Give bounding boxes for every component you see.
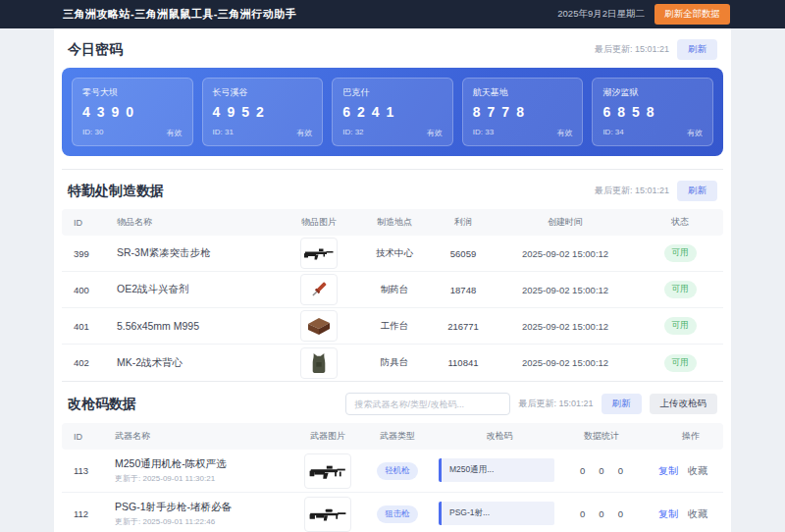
gun-codes-refresh-button[interactable]: 刷新 — [602, 394, 642, 414]
column-header: 物品名称 — [113, 209, 282, 236]
item-profit: 216771 — [433, 321, 494, 332]
password-code: 6241 — [342, 104, 443, 120]
password-status: 有效 — [556, 128, 572, 138]
item-profit: 18748 — [433, 285, 494, 295]
copy-button[interactable]: 复制 — [658, 507, 678, 521]
password-card: 零号大坝4390ID: 30有效 — [72, 78, 193, 146]
current-date: 2025年9月2日星期二 — [557, 8, 645, 21]
status-badge: 可用 — [664, 354, 697, 372]
password-status: 有效 — [296, 128, 312, 138]
status-badge: 可用 — [664, 281, 697, 298]
password-code: 4952 — [213, 104, 313, 120]
password-status: 有效 — [427, 128, 443, 138]
item-location: 工作台 — [356, 320, 433, 333]
data-stats: 000 — [568, 508, 635, 519]
weapon-type-badge: 轻机枪 — [377, 462, 418, 480]
machine-gun-icon — [304, 453, 351, 489]
map-name: 潮汐监狱 — [602, 86, 703, 99]
weapon-updated-time: 更新于: 2025-09-01 11:22:46 — [115, 516, 291, 527]
item-id: 399 — [70, 248, 113, 259]
password-card: 潮汐监狱6858ID: 34有效 — [592, 78, 713, 146]
item-profit: 56059 — [433, 248, 494, 259]
column-header: 操作 — [639, 423, 723, 450]
column-header: ID — [70, 211, 113, 235]
table-row: 400OE2战斗兴奋剂制药台187482025-09-02 15:00:12可用 — [62, 272, 723, 308]
gun-code-box[interactable]: PSG-1射... — [439, 502, 554, 525]
status-badge: 可用 — [664, 317, 697, 335]
item-id: 401 — [70, 321, 113, 332]
column-header: 状态 — [637, 209, 723, 236]
section-manufacturing: 特勤处制造数据 最后更新: 15:01:21 刷新 ID物品名称物品图片制造地点… — [62, 169, 723, 381]
top-header: 三角洲攻略站-三角洲鼠鼠工具-三角洲行动助手 2025年9月2日星期二 刷新全部… — [0, 0, 785, 28]
item-created-time: 2025-09-02 15:00:12 — [494, 321, 637, 332]
section-title-manufacturing: 特勤处制造数据 — [68, 183, 164, 200]
gun-codes-table-body: 113M250通用机枪-陈权严选更新于: 2025-09-01 11:30:21… — [62, 450, 723, 532]
manufacturing-refresh-button[interactable]: 刷新 — [677, 181, 717, 201]
section-daily-passwords: 今日密码 最后更新: 15:01:21 刷新 零号大坝4390ID: 30有效长… — [62, 28, 723, 156]
column-header: 改枪码 — [435, 423, 564, 450]
section-title-gun-codes: 改枪码数据 — [68, 396, 136, 413]
weapon-id: 113 — [70, 465, 111, 476]
map-name: 巴克什 — [342, 86, 443, 99]
ammo-icon — [300, 310, 338, 342]
item-name: 5.56x45mm M995 — [113, 320, 282, 332]
password-id: ID: 31 — [213, 128, 234, 138]
column-header: 物品图片 — [282, 209, 356, 236]
item-location: 技术中心 — [356, 247, 433, 260]
copy-button[interactable]: 复制 — [658, 464, 678, 478]
data-stats: 000 — [568, 465, 635, 476]
rifle-icon — [300, 238, 338, 269]
password-cards-panel: 零号大坝4390ID: 30有效长弓溪谷4952ID: 31有效巴克什6241I… — [62, 68, 723, 156]
item-location: 防具台 — [356, 356, 433, 369]
gun-code-box[interactable]: M250通用... — [439, 458, 554, 482]
password-id: ID: 34 — [602, 128, 623, 138]
main-content: 今日密码 最后更新: 15:01:21 刷新 零号大坝4390ID: 30有效长… — [54, 28, 731, 532]
weapon-id: 112 — [70, 508, 111, 519]
table-row: 4015.56x45mm M995工作台2167712025-09-02 15:… — [62, 308, 723, 345]
item-name: OE2战斗兴奋剂 — [113, 283, 282, 296]
table-row: 113M250通用机枪-陈权严选更新于: 2025-09-01 11:30:21… — [62, 450, 723, 493]
section-title-passwords: 今日密码 — [68, 41, 123, 59]
weapon-type-badge: 狙击枪 — [377, 505, 418, 523]
syringe-icon — [300, 274, 338, 305]
password-card: 巴克什6241ID: 32有效 — [332, 78, 453, 146]
item-created-time: 2025-09-02 15:00:12 — [494, 357, 637, 368]
password-card: 航天基地8778ID: 33有效 — [462, 78, 584, 146]
column-header: 利润 — [433, 209, 494, 236]
sniper-rifle-icon — [304, 497, 351, 532]
password-code: 8778 — [473, 104, 573, 120]
column-header: 武器类型 — [360, 423, 435, 450]
table-row: 112PSG-1射手步枪-堵桥必备更新于: 2025-09-01 11:22:4… — [62, 493, 723, 532]
column-header: ID — [70, 425, 111, 449]
column-header: 创建时间 — [494, 209, 637, 236]
column-header: 武器名称 — [111, 423, 295, 450]
app-title: 三角洲攻略站-三角洲鼠鼠工具-三角洲行动助手 — [63, 7, 296, 22]
favorite-button[interactable]: 收藏 — [688, 507, 707, 521]
upload-gun-code-button[interactable]: 上传改枪码 — [650, 394, 718, 414]
column-header: 制造地点 — [356, 209, 433, 236]
item-id: 402 — [70, 357, 113, 368]
password-code: 4390 — [82, 104, 183, 120]
search-input[interactable] — [345, 393, 510, 415]
favorite-button[interactable]: 收藏 — [688, 464, 707, 478]
weapon-updated-time: 更新于: 2025-09-01 11:30:21 — [115, 473, 291, 484]
gun-codes-table-header: ID武器名称武器图片武器类型改枪码数据统计操作 — [62, 423, 723, 450]
refresh-all-button[interactable]: 刷新全部数据 — [654, 4, 730, 25]
vest-icon — [300, 347, 338, 379]
status-badge: 可用 — [664, 244, 697, 262]
item-id: 400 — [70, 285, 113, 295]
map-name: 航天基地 — [473, 86, 573, 99]
password-status: 有效 — [687, 128, 703, 138]
item-created-time: 2025-09-02 15:00:12 — [494, 248, 637, 259]
manufacturing-last-update: 最后更新: 15:01:21 — [595, 185, 669, 197]
map-name: 零号大坝 — [82, 86, 183, 99]
password-id: ID: 32 — [342, 128, 363, 138]
item-profit: 110841 — [433, 357, 494, 368]
item-location: 制药台 — [356, 284, 433, 296]
item-name: MK-2战术背心 — [113, 356, 282, 370]
item-created-time: 2025-09-02 15:00:12 — [494, 285, 637, 295]
passwords-refresh-button[interactable]: 刷新 — [677, 39, 717, 60]
password-status: 有效 — [167, 128, 183, 138]
column-header: 数据统计 — [564, 423, 639, 450]
password-code: 6858 — [602, 104, 703, 120]
